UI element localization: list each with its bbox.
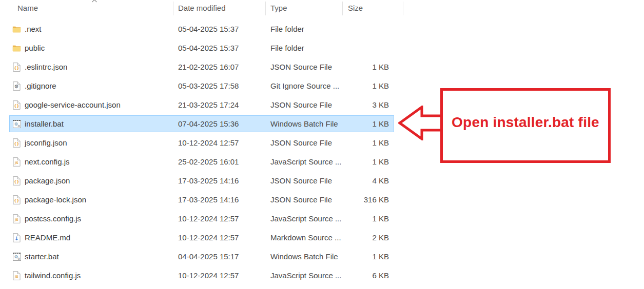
file-row-README.md[interactable]: ↓README.md10-12-2024 12:57Markdown Sourc… [9, 228, 394, 247]
file-name-cell: public [12, 38, 45, 57]
svg-text:↓: ↓ [14, 235, 19, 241]
file-size-cell: 1 KB [372, 152, 389, 171]
svg-text:JS: JS [14, 160, 18, 164]
file-explorer-window: NameDate modifiedTypeSize .next05-04-202… [0, 0, 644, 289]
file-name-label: starter.bat [25, 252, 59, 261]
gear-file-icon: ⚙ [12, 81, 21, 91]
file-name-label: installer.bat [25, 119, 64, 128]
file-name-label: .gitignore [25, 81, 56, 90]
column-resize-handle[interactable] [403, 2, 403, 15]
file-type-cell: JSON Source File [270, 133, 332, 152]
file-row-starter.bat[interactable]: ⚙ ⚙starter.bat04-04-2025 15:17Windows Ba… [9, 247, 394, 266]
column-headers: NameDate modifiedTypeSize [0, 0, 411, 16]
file-type-cell: File folder [270, 38, 304, 57]
file-size-cell: 1 KB [372, 247, 389, 266]
column-resize-handle[interactable] [265, 2, 266, 15]
file-row-.next[interactable]: .next05-04-2025 15:37File folder [9, 19, 394, 38]
annotation-box: Open installer.bat file [440, 88, 611, 163]
file-name-cell: .next [12, 19, 42, 38]
date-modified-cell: 25-02-2025 16:01 [178, 152, 239, 171]
svg-text:{}: {} [14, 65, 19, 70]
column-header-date[interactable]: Date modified [178, 0, 226, 16]
file-type-cell: Markdown Source ... [270, 228, 341, 247]
file-row-.eslintrc.json[interactable]: {}.eslintrc.json21-02-2025 16:07JSON Sou… [9, 57, 394, 76]
file-name-cell: {}package.json [12, 171, 70, 190]
file-size-cell: 6 KB [372, 266, 389, 285]
json-file-icon: {} [12, 195, 21, 204]
svg-text:{}: {} [14, 103, 19, 108]
file-type-cell: JSON Source File [270, 171, 332, 190]
file-row-google-service-account.json[interactable]: {}google-service-account.json21-03-2025 … [9, 95, 394, 114]
sort-ascending-icon [91, 0, 97, 3]
column-resize-handle[interactable] [173, 2, 173, 15]
file-row-public[interactable]: public05-04-2025 15:37File folder [9, 38, 394, 57]
batch-file-icon: ⚙ ⚙ [12, 119, 21, 129]
file-name-label: jsconfig.json [25, 138, 67, 147]
svg-text:JS: JS [14, 274, 18, 278]
file-type-cell: Windows Batch File [270, 247, 338, 266]
file-type-cell: Git Ignore Source ... [270, 76, 339, 95]
file-name-label: public [25, 44, 45, 52]
file-name-label: package-lock.json [25, 195, 86, 204]
file-size-cell: 1 KB [372, 114, 389, 133]
file-size-cell: 1 KB [372, 76, 389, 95]
file-type-cell: Windows Batch File [270, 114, 338, 133]
file-name-cell: JSnext.config.js [12, 152, 70, 171]
file-name-cell: ⚙ ⚙starter.bat [12, 247, 59, 266]
date-modified-cell: 21-02-2025 16:07 [178, 57, 239, 76]
column-resize-handle[interactable] [342, 2, 343, 15]
file-type-cell: JSON Source File [270, 57, 332, 76]
date-modified-cell: 04-04-2025 15:17 [178, 247, 239, 266]
column-header-name[interactable]: Name [17, 0, 38, 16]
svg-text:{}: {} [14, 179, 19, 183]
file-name-cell: {}package-lock.json [12, 190, 86, 209]
file-size-cell: 1 KB [372, 57, 389, 76]
file-name-label: postcss.config.js [25, 214, 81, 223]
js-file-icon: JS [12, 157, 21, 167]
file-row-jsconfig.json[interactable]: {}jsconfig.json10-12-2024 12:57JSON Sour… [9, 133, 394, 152]
json-file-icon: {} [12, 176, 21, 185]
file-name-label: package.json [25, 176, 70, 185]
column-header-size[interactable]: Size [348, 0, 363, 16]
file-name-label: README.md [25, 233, 70, 242]
js-file-icon: JS [12, 214, 21, 223]
file-name-label: google-service-account.json [25, 100, 121, 109]
file-name-cell: ⚙.gitignore [12, 76, 56, 95]
file-type-cell: JavaScript Source ... [270, 209, 341, 228]
file-name-label: .next [25, 25, 42, 33]
json-file-icon: {} [12, 138, 21, 148]
batch-file-icon: ⚙ ⚙ [12, 252, 21, 261]
column-header-type[interactable]: Type [270, 0, 287, 16]
date-modified-cell: 10-12-2024 12:57 [178, 228, 239, 247]
file-row-.gitignore[interactable]: ⚙.gitignore05-03-2025 17:58Git Ignore So… [9, 76, 394, 95]
file-name-label: next.config.js [25, 157, 70, 166]
file-type-cell: JavaScript Source ... [270, 266, 341, 285]
file-row-installer.bat[interactable]: ⚙ ⚙installer.bat07-04-2025 15:36Windows … [9, 114, 394, 133]
svg-text:⚙: ⚙ [17, 124, 20, 128]
file-size-cell: 4 KB [372, 171, 389, 190]
markdown-file-icon: ↓ [12, 233, 21, 242]
folder-icon [12, 44, 21, 53]
file-row-postcss.config.js[interactable]: JSpostcss.config.js10-12-2024 12:57JavaS… [9, 209, 394, 228]
file-size-cell: 3 KB [372, 95, 389, 114]
annotation-label: Open installer.bat file [452, 114, 599, 131]
file-size-cell: 316 KB [364, 190, 389, 209]
date-modified-cell: 17-03-2025 14:16 [178, 190, 239, 209]
date-modified-cell: 05-04-2025 15:37 [178, 19, 239, 38]
date-modified-cell: 10-12-2024 12:57 [178, 209, 239, 228]
json-file-icon: {} [12, 100, 21, 110]
date-modified-cell: 17-03-2025 14:16 [178, 171, 239, 190]
file-row-tailwind.config.js[interactable]: JStailwind.config.js10-12-2024 12:57Java… [9, 266, 394, 285]
file-row-package-lock.json[interactable]: {}package-lock.json17-03-2025 14:16JSON … [9, 190, 394, 209]
file-row-next.config.js[interactable]: JSnext.config.js25-02-2025 16:01JavaScri… [9, 152, 394, 171]
date-modified-cell: 05-03-2025 17:58 [178, 76, 239, 95]
file-name-cell: ↓README.md [12, 228, 70, 247]
svg-text:⚙: ⚙ [17, 257, 20, 260]
file-row-package.json[interactable]: {}package.json17-03-2025 14:16JSON Sourc… [9, 171, 394, 190]
json-file-icon: {} [12, 63, 21, 72]
file-name-cell: JStailwind.config.js [12, 266, 81, 285]
file-name-label: .eslintrc.json [25, 63, 67, 71]
file-type-cell: JSON Source File [270, 190, 332, 209]
svg-text:{}: {} [14, 141, 19, 146]
date-modified-cell: 05-04-2025 15:37 [178, 38, 239, 57]
